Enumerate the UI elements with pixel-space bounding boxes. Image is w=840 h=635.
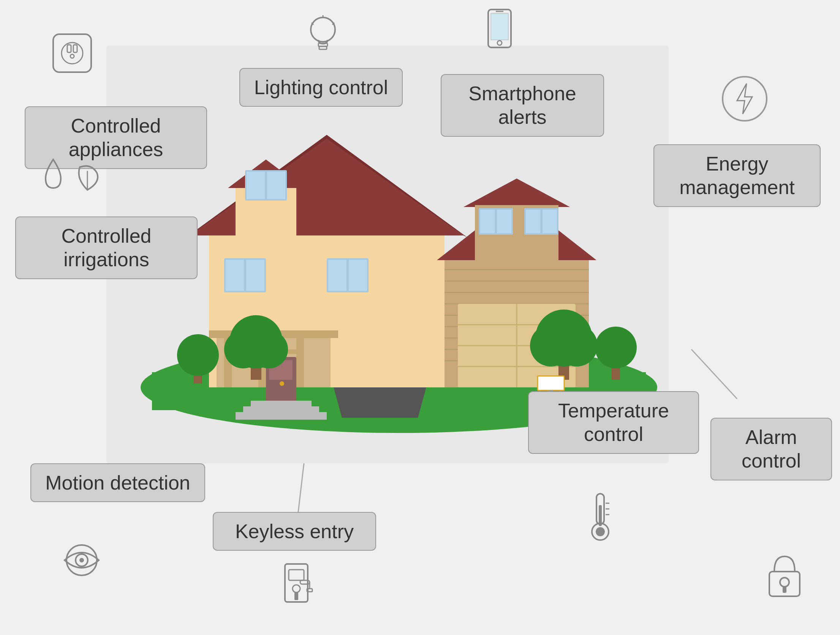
svg-point-103 (79, 558, 84, 562)
temperature-control-label: Temperature control (528, 391, 699, 454)
svg-point-74 (595, 327, 637, 368)
lock-icon (764, 551, 805, 604)
svg-rect-56 (526, 210, 540, 233)
lighting-control-label: Lighting control (239, 68, 403, 107)
svg-point-68 (177, 334, 219, 376)
svg-point-91 (70, 54, 74, 58)
svg-rect-107 (294, 592, 298, 600)
svg-rect-37 (247, 172, 265, 199)
energy-management-label: Energy management (653, 144, 821, 207)
svg-point-88 (62, 43, 83, 64)
eye-icon (59, 543, 104, 577)
svg-marker-92 (737, 84, 752, 114)
svg-rect-90 (73, 45, 77, 52)
water-drop-icon (38, 156, 68, 194)
svg-rect-53 (480, 210, 495, 233)
alarm-control-label: Alarm control (710, 418, 832, 480)
lightning-icon (722, 76, 767, 122)
controlled-irrigations-label: Controlled irrigations (15, 216, 198, 279)
light-bulb-icon (304, 11, 342, 61)
motion-detection-label: Motion detection (30, 463, 205, 502)
svg-point-112 (780, 578, 789, 587)
svg-rect-22 (296, 334, 304, 387)
svg-rect-87 (53, 34, 91, 72)
main-container: Lighting control Smartphone alerts Contr… (0, 0, 840, 635)
smartphone-icon (482, 8, 517, 57)
svg-rect-79 (319, 46, 327, 49)
svg-rect-38 (267, 172, 285, 199)
door-handle-icon (277, 562, 315, 615)
thermometer-icon (585, 490, 615, 543)
svg-rect-54 (497, 210, 511, 233)
smartphone-alerts-label: Smartphone alerts (441, 74, 604, 137)
svg-point-106 (293, 585, 300, 592)
svg-point-66 (250, 330, 288, 368)
svg-point-77 (311, 17, 335, 42)
leaf-icon (72, 160, 103, 197)
svg-rect-75 (538, 376, 564, 390)
svg-point-85 (497, 41, 502, 45)
keyless-entry-label: Keyless entry (213, 512, 376, 551)
svg-rect-57 (543, 210, 557, 233)
svg-rect-84 (491, 13, 508, 40)
svg-point-72 (556, 325, 598, 366)
svg-rect-113 (783, 586, 786, 593)
svg-point-26 (280, 381, 284, 386)
svg-rect-31 (226, 260, 244, 291)
svg-rect-29 (236, 412, 327, 420)
svg-marker-50 (464, 178, 570, 207)
svg-rect-89 (67, 45, 71, 52)
svg-rect-105 (289, 570, 304, 580)
svg-line-8 (691, 349, 737, 399)
svg-rect-35 (349, 260, 367, 291)
svg-rect-34 (328, 260, 346, 291)
svg-rect-96 (599, 505, 602, 526)
outlet-icon (49, 30, 95, 76)
svg-rect-32 (246, 260, 264, 291)
svg-point-97 (596, 527, 605, 536)
